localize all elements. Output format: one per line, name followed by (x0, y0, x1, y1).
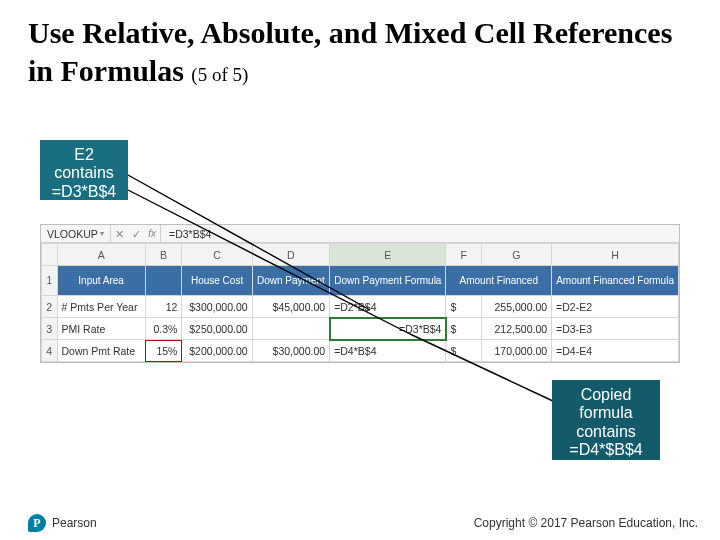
cell-D4[interactable]: $30,000.00 (252, 340, 330, 362)
callout-e2-formula: E2 contains =D3*B$4 (40, 140, 128, 200)
enter-icon[interactable]: ✓ (132, 228, 141, 240)
chevron-down-icon: ▾ (100, 229, 104, 238)
cell-G3[interactable]: 212,500.00 (481, 318, 551, 340)
hdr-blank[interactable] (145, 266, 182, 296)
cell-E2[interactable]: =D2*B$4 (330, 296, 446, 318)
formula-bar: VLOOKUP ▾ ✕ ✓ fx =D3*B$4 (41, 225, 679, 243)
hdr-house-cost[interactable]: House Cost (182, 266, 252, 296)
col-header-A[interactable]: A (57, 244, 145, 266)
cell-B2[interactable]: 12 (145, 296, 182, 318)
pearson-logo-icon: P (28, 514, 46, 532)
cell-G2[interactable]: 255,000.00 (481, 296, 551, 318)
cell-D3[interactable] (252, 318, 330, 340)
callout-copied-formula: Copied formula contains =D4*$B$4 (552, 380, 660, 460)
hdr-input-area[interactable]: Input Area (57, 266, 145, 296)
cell-A4[interactable]: Down Pmt Rate (57, 340, 145, 362)
formula-bar-content[interactable]: =D3*B$4 (161, 228, 679, 240)
title-paren: (5 of 5) (191, 64, 248, 85)
cell-F2[interactable]: $ (446, 296, 481, 318)
hdr-amount-financed[interactable]: Amount Financed (446, 266, 552, 296)
cell-E3-selected[interactable]: =D3*B$4 (330, 318, 446, 340)
col-header-D[interactable]: D (252, 244, 330, 266)
spreadsheet-grid: A B C D E F G H 1 Input Area House Cost … (41, 243, 679, 362)
table-row: 2 # Pmts Per Year 12 $300,000.00 $45,000… (42, 296, 679, 318)
col-header-F[interactable]: F (446, 244, 481, 266)
cell-C3[interactable]: $250,000.00 (182, 318, 252, 340)
col-header-B[interactable]: B (145, 244, 182, 266)
name-box-value: VLOOKUP (47, 228, 98, 240)
cell-A3[interactable]: PMI Rate (57, 318, 145, 340)
hdr-af-formula[interactable]: Amount Financed Formula (552, 266, 679, 296)
table-header-row: 1 Input Area House Cost Down Payment Dow… (42, 266, 679, 296)
col-header-C[interactable]: C (182, 244, 252, 266)
row-header-2[interactable]: 2 (42, 296, 58, 318)
slide-title: Use Relative, Absolute, and Mixed Cell R… (28, 14, 692, 89)
copyright-footer: Copyright © 2017 Pearson Education, Inc. (474, 516, 698, 530)
table-row: 3 PMI Rate 0.3% $250,000.00 =D3*B$4 $ 21… (42, 318, 679, 340)
cell-F3[interactable]: $ (446, 318, 481, 340)
table-row: 4 Down Pmt Rate 15% $200,000.00 $30,000.… (42, 340, 679, 362)
row-header-1[interactable]: 1 (42, 266, 58, 296)
col-header-E[interactable]: E (330, 244, 446, 266)
pearson-brand: P Pearson (28, 514, 97, 532)
cell-A2[interactable]: # Pmts Per Year (57, 296, 145, 318)
cell-D2[interactable]: $45,000.00 (252, 296, 330, 318)
excel-screenshot: VLOOKUP ▾ ✕ ✓ fx =D3*B$4 A B C D E F G H… (40, 224, 680, 363)
cell-F4[interactable]: $ (446, 340, 481, 362)
name-box[interactable]: VLOOKUP ▾ (41, 225, 111, 242)
cell-C2[interactable]: $300,000.00 (182, 296, 252, 318)
column-headers: A B C D E F G H (42, 244, 679, 266)
hdr-down-payment[interactable]: Down Payment (252, 266, 330, 296)
cell-E4[interactable]: =D4*B$4 (330, 340, 446, 362)
col-header-H[interactable]: H (552, 244, 679, 266)
cell-G4[interactable]: 170,000.00 (481, 340, 551, 362)
pearson-brand-text: Pearson (52, 516, 97, 530)
cell-H2[interactable]: =D2-E2 (552, 296, 679, 318)
cell-B3[interactable]: 0.3% (145, 318, 182, 340)
copyright-text: Copyright © 2017 Pearson Education, Inc. (474, 516, 698, 530)
cell-H4[interactable]: =D4-E4 (552, 340, 679, 362)
cancel-icon[interactable]: ✕ (115, 228, 124, 240)
formula-bar-icons: ✕ ✓ fx (111, 225, 161, 242)
hdr-dp-formula[interactable]: Down Payment Formula (330, 266, 446, 296)
title-main: Use Relative, Absolute, and Mixed Cell R… (28, 16, 672, 87)
cell-B4[interactable]: 15% (145, 340, 182, 362)
cell-H3[interactable]: =D3-E3 (552, 318, 679, 340)
corner-cell[interactable] (42, 244, 58, 266)
fx-icon[interactable]: fx (148, 228, 156, 239)
row-header-4[interactable]: 4 (42, 340, 58, 362)
row-header-3[interactable]: 3 (42, 318, 58, 340)
cell-C4[interactable]: $200,000.00 (182, 340, 252, 362)
col-header-G[interactable]: G (481, 244, 551, 266)
